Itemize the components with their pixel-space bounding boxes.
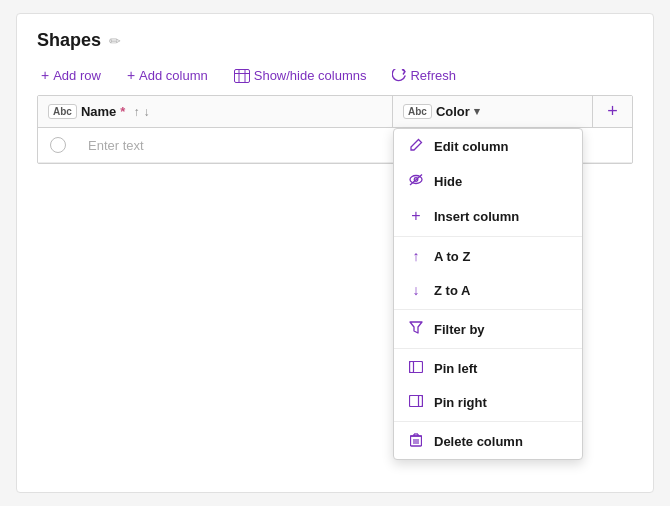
- svg-rect-8: [410, 362, 423, 373]
- show-hide-label: Show/hide columns: [254, 68, 367, 83]
- divider-1: [394, 236, 582, 237]
- menu-label-filter-by: Filter by: [434, 322, 485, 337]
- hide-icon: [408, 173, 424, 189]
- name-placeholder: Enter text: [88, 138, 144, 153]
- pin-left-icon: [408, 360, 424, 376]
- svg-rect-0: [234, 70, 249, 83]
- required-star: *: [120, 104, 125, 119]
- menu-label-a-to-z: A to Z: [434, 249, 470, 264]
- sort-down-icon[interactable]: ↓: [143, 105, 149, 119]
- refresh-button[interactable]: Refresh: [388, 65, 460, 85]
- name-badge: Abc: [48, 104, 77, 119]
- menu-label-hide: Hide: [434, 174, 462, 189]
- svg-marker-7: [410, 322, 422, 333]
- menu-item-hide[interactable]: Hide: [394, 164, 582, 198]
- main-card: Shapes ✏ + Add row + Add column Show/hid…: [16, 13, 654, 493]
- page-title: Shapes: [37, 30, 101, 51]
- menu-item-insert-column[interactable]: + Insert column: [394, 198, 582, 234]
- plus-icon-col: +: [127, 67, 135, 83]
- menu-item-filter-by[interactable]: Filter by: [394, 312, 582, 346]
- edit-column-icon: [408, 138, 424, 155]
- divider-3: [394, 348, 582, 349]
- color-chevron-icon: ▾: [474, 105, 480, 118]
- color-col-label: Color: [436, 104, 470, 119]
- col-name-header: Abc Name * ↑ ↓: [38, 96, 393, 127]
- svg-rect-10: [410, 396, 423, 407]
- add-row-button[interactable]: + Add row: [37, 65, 105, 85]
- color-dropdown-menu: Edit column Hide +: [393, 128, 583, 460]
- delete-column-icon: [408, 433, 424, 450]
- filter-by-icon: [408, 321, 424, 337]
- add-column-button-table[interactable]: +: [592, 96, 632, 127]
- z-to-a-icon: ↓: [408, 282, 424, 298]
- row-checkbox-area[interactable]: [38, 128, 78, 162]
- refresh-icon: [392, 67, 406, 83]
- col-color-header[interactable]: Abc Color ▾ Edit column: [393, 96, 592, 127]
- header-row: Shapes ✏: [37, 30, 633, 51]
- menu-label-edit-column: Edit column: [434, 139, 508, 154]
- a-to-z-icon: ↑: [408, 248, 424, 264]
- svg-rect-11: [419, 396, 423, 407]
- name-col-label: Name: [81, 104, 116, 119]
- table-area: Abc Name * ↑ ↓ Abc Color ▾: [37, 95, 633, 164]
- menu-item-z-to-a[interactable]: ↓ Z to A: [394, 273, 582, 307]
- row-radio[interactable]: [50, 137, 66, 153]
- add-column-label: Add column: [139, 68, 208, 83]
- add-column-button[interactable]: + Add column: [123, 65, 212, 85]
- menu-item-delete-column[interactable]: Delete column: [394, 424, 582, 459]
- menu-item-edit-column[interactable]: Edit column: [394, 129, 582, 164]
- show-hide-button[interactable]: Show/hide columns: [230, 65, 371, 85]
- table-header: Abc Name * ↑ ↓ Abc Color ▾: [38, 96, 632, 128]
- add-row-label: Add row: [53, 68, 101, 83]
- menu-item-pin-left[interactable]: Pin left: [394, 351, 582, 385]
- menu-item-a-to-z[interactable]: ↑ A to Z: [394, 239, 582, 273]
- menu-label-pin-left: Pin left: [434, 361, 477, 376]
- menu-label-insert-column: Insert column: [434, 209, 519, 224]
- menu-label-delete-column: Delete column: [434, 434, 523, 449]
- row-name-cell[interactable]: Enter text: [78, 128, 432, 162]
- menu-item-pin-right[interactable]: Pin right: [394, 385, 582, 419]
- plus-icon-row: +: [41, 67, 49, 83]
- show-hide-icon: [234, 67, 250, 83]
- toolbar: + Add row + Add column Show/hide columns: [37, 65, 633, 85]
- svg-rect-9: [410, 362, 414, 373]
- menu-label-pin-right: Pin right: [434, 395, 487, 410]
- sort-up-icon[interactable]: ↑: [133, 105, 139, 119]
- pin-right-icon: [408, 394, 424, 410]
- refresh-label: Refresh: [410, 68, 456, 83]
- divider-4: [394, 421, 582, 422]
- color-badge: Abc: [403, 104, 432, 119]
- divider-2: [394, 309, 582, 310]
- edit-icon[interactable]: ✏: [109, 33, 121, 49]
- menu-label-z-to-a: Z to A: [434, 283, 470, 298]
- insert-column-icon: +: [408, 207, 424, 225]
